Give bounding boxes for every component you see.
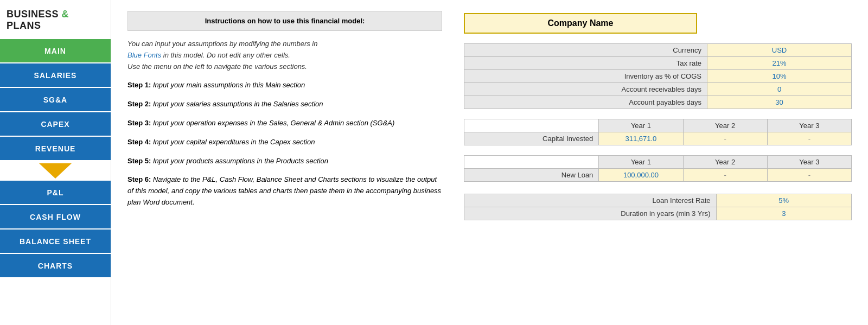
loan-year3-header: Year 3 [767,156,851,169]
currency-label: Currency [464,44,707,57]
ar-days-label: Account receivables days [464,83,707,96]
currency-value[interactable]: USD [707,44,852,57]
inventory-label: Inventory as % of COGS [464,70,707,83]
capital-year3-header: Year 3 [767,119,851,132]
capital-year2-header: Year 2 [683,119,767,132]
table-row: Inventory as % of COGS 10% [464,70,852,83]
capital-empty-header [464,119,599,132]
intro-blue: Blue Fonts [127,51,161,59]
table-row: Year 1 Year 2 Year 3 [464,119,852,132]
instructions-panel: Instructions on how to use this financia… [127,11,442,314]
loan-duration-label: Duration in years (min 3 Yrs) [464,207,717,220]
table-row: New Loan 100,000.00 - - [464,169,852,182]
sidebar-item-salaries[interactable]: SALARIES [0,63,111,88]
logo-text-before: BUSINESS [7,9,62,20]
capital-invested-label: Capital Invested [464,132,599,145]
sidebar-item-revenue[interactable]: REVENUE [0,137,111,161]
table-row: Account receivables days 0 [464,83,852,96]
intro-line3: Use the menu on the left to navigate the… [127,62,307,71]
step-5: Step 5: Input your products assumptions … [127,156,442,167]
sidebar-item-sga[interactable]: SG&A [0,88,111,112]
loan-year2-header: Year 2 [683,156,767,169]
table-row: Year 1 Year 2 Year 3 [464,156,852,169]
main-content: Instructions on how to use this financia… [111,0,868,325]
company-name-box[interactable]: Company Name [464,13,697,34]
logo: BUSINESS & PLANS [0,4,111,39]
instructions-intro: You can input your assumptions by modify… [127,39,442,72]
sidebar-item-balancesheet[interactable]: BALANCE SHEET [0,230,111,254]
sidebar-item-charts[interactable]: CHARTS [0,254,111,278]
table-row: Duration in years (min 3 Yrs) 3 [464,207,852,220]
loan-rate-value[interactable]: 5% [716,194,851,207]
new-loan-year1-value[interactable]: 100,000.00 [599,169,683,182]
table-row: Currency USD [464,44,852,57]
taxrate-label: Tax rate [464,57,707,70]
capital-table: Year 1 Year 2 Year 3 Capital Invested 31… [464,119,852,145]
table-row: Capital Invested 311,671.0 - - [464,132,852,145]
sidebar-item-main[interactable]: MAIN [0,39,111,63]
capital-year3-value[interactable]: - [767,132,851,145]
step-2: Step 2: Input your salaries assumptions … [127,99,442,110]
arrow-down-icon [39,163,72,179]
loan-empty-header [464,156,599,169]
right-panel: Company Name Currency USD Tax rate 21% I… [464,11,852,314]
ap-days-value[interactable]: 30 [707,96,852,109]
step-3: Step 3: Input your operation expenses in… [127,118,442,129]
capital-year2-value[interactable]: - [683,132,767,145]
inventory-value[interactable]: 10% [707,70,852,83]
step-1: Step 1: Input your main assumptions in t… [127,80,442,91]
taxrate-value[interactable]: 21% [707,57,852,70]
new-loan-label: New Loan [464,169,599,182]
logo-text-after: PLANS [7,20,41,31]
loan-table: Year 1 Year 2 Year 3 New Loan 100,000.00… [464,155,852,182]
sidebar-item-cashflow[interactable]: CASH FLOW [0,205,111,230]
sidebar-arrow [0,161,111,181]
assumptions-table: Currency USD Tax rate 21% Inventory as %… [464,43,852,109]
intro-line1: You can input your assumptions by modify… [127,40,317,48]
intro-line2: in this model. Do not edit any other cel… [161,51,290,59]
logo-amp: & [62,9,69,20]
instructions-title: Instructions on how to use this financia… [127,11,442,31]
table-row: Loan Interest Rate 5% [464,194,852,207]
loan-details-table: Loan Interest Rate 5% Duration in years … [464,194,852,220]
loan-duration-value[interactable]: 3 [716,207,851,220]
step-6: Step 6: Navigate to the P&L, Cash Flow, … [127,174,442,208]
new-loan-year2-value[interactable]: - [683,169,767,182]
ar-days-value[interactable]: 0 [707,83,852,96]
capital-year1-header: Year 1 [599,119,683,132]
loan-rate-label: Loan Interest Rate [464,194,717,207]
sidebar: BUSINESS & PLANS MAIN SALARIES SG&A CAPE… [0,0,111,325]
table-row: Tax rate 21% [464,57,852,70]
sidebar-item-pl[interactable]: P&L [0,181,111,205]
sidebar-item-capex[interactable]: CAPEX [0,112,111,137]
capital-year1-value[interactable]: 311,671.0 [599,132,683,145]
table-row: Account payables days 30 [464,96,852,109]
step-4: Step 4: Input your capital expenditures … [127,137,442,148]
loan-year1-header: Year 1 [599,156,683,169]
ap-days-label: Account payables days [464,96,707,109]
new-loan-year3-value[interactable]: - [767,169,851,182]
